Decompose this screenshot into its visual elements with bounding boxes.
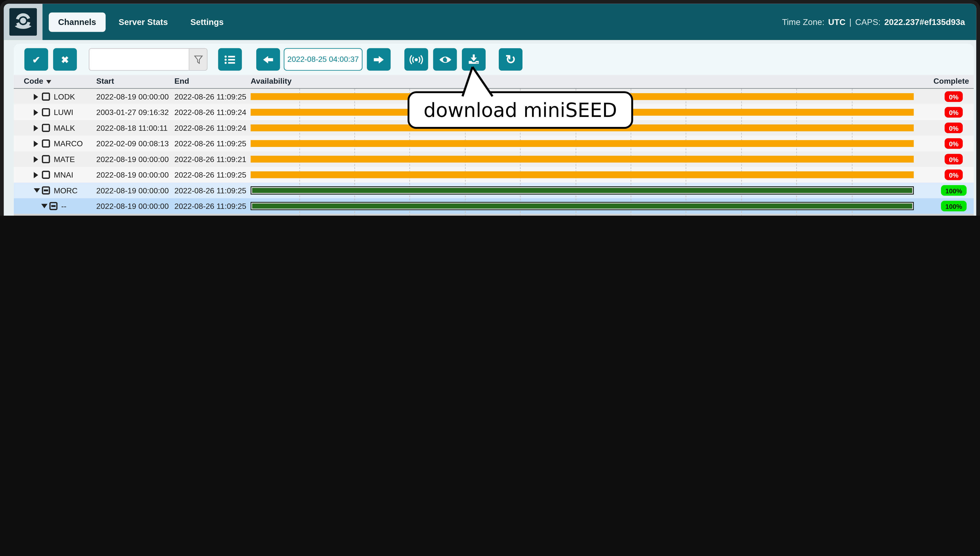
expand-icon[interactable] — [34, 109, 38, 115]
row-mnai[interactable]: MNAI2022-08-19 00:00:002022-08-26 11:09:… — [14, 167, 974, 183]
nav-tabs: ChannelsServer StatsSettings — [49, 4, 233, 40]
channel-start: 2022-08-19 00:00:00 — [96, 198, 169, 214]
channel-code: MORC — [54, 186, 77, 195]
channel-code: MALK — [54, 123, 75, 132]
caps-label: CAPS: — [855, 17, 880, 27]
channel-code: LUWI — [54, 108, 74, 117]
step-back-button[interactable] — [256, 48, 280, 71]
row-checkbox[interactable] — [42, 155, 50, 163]
column-header-code[interactable]: Code — [24, 77, 52, 86]
row-checkbox[interactable] — [42, 171, 50, 179]
complete-badge: 0% — [945, 107, 963, 118]
check-icon: ✔ — [32, 55, 40, 64]
row-marco[interactable]: MARCO2022-02-09 00:08:132022-08-26 11:09… — [14, 136, 974, 151]
expand-icon[interactable] — [34, 125, 38, 131]
channel-end: 2022-08-26 11:09:25 — [174, 89, 246, 104]
channel-start: 2022-02-09 00:08:13 — [96, 136, 169, 151]
expand-icon[interactable] — [34, 156, 38, 162]
availability-bar[interactable] — [251, 171, 914, 178]
datetime-input[interactable] — [284, 48, 363, 71]
clear-selection-button[interactable]: ✖ — [53, 48, 77, 71]
channel-start: 2022-08-19 00:00:00 — [96, 167, 169, 183]
arrow-left-icon — [263, 55, 273, 63]
realtime-button[interactable] — [405, 48, 428, 71]
row-checkbox[interactable] — [42, 186, 50, 194]
complete-badge: 0% — [945, 138, 963, 149]
refresh-icon: ↻ — [505, 53, 516, 66]
tab-channels[interactable]: Channels — [49, 12, 105, 32]
tab-server-stats[interactable]: Server Stats — [110, 12, 177, 32]
list-icon — [224, 55, 235, 64]
expand-icon[interactable] — [34, 94, 38, 100]
download-callout: download miniSEED — [408, 91, 633, 129]
channel-end: 2022-08-26 11:09:24 — [174, 104, 246, 120]
channel-start: 2022-08-18 11:00:11 — [96, 120, 168, 136]
row-checkbox[interactable] — [42, 93, 50, 101]
download-button[interactable] — [462, 48, 486, 71]
channel-start: 2022-08-19 00:00:17 — [96, 214, 169, 216]
row-bhe[interactable]: BHE2022-08-19 00:00:172022-08-26 11:09:1… — [14, 214, 974, 216]
row-checkbox[interactable] — [42, 108, 50, 116]
table-header: Code Start End Availability Complete — [14, 75, 974, 89]
arrow-right-icon — [374, 55, 384, 63]
filter-button[interactable] — [189, 49, 207, 70]
availability-bar[interactable] — [251, 202, 914, 210]
filter-field — [89, 48, 208, 71]
download-icon — [468, 54, 479, 65]
eye-icon — [438, 55, 451, 64]
column-header-complete: Complete — [933, 77, 969, 86]
expand-icon[interactable] — [34, 141, 38, 147]
channel-code: MATE — [54, 155, 75, 163]
apply-selection-button[interactable]: ✔ — [24, 48, 48, 71]
column-header-start: Start — [96, 77, 114, 86]
content-card: ✔ ✖ — [14, 44, 974, 216]
row-morc[interactable]: MORC2022-08-19 00:00:002022-08-26 11:09:… — [14, 183, 974, 198]
stream-list-button[interactable] — [218, 48, 242, 71]
tab-settings[interactable]: Settings — [181, 12, 233, 32]
step-forward-button[interactable] — [367, 48, 391, 71]
toolbar: ✔ ✖ — [14, 44, 974, 75]
row-checkbox[interactable] — [50, 202, 58, 210]
channel-end: 2022-08-26 11:09:21 — [174, 151, 246, 167]
separator: | — [849, 17, 851, 27]
column-header-availability: Availability — [251, 77, 292, 86]
row-mate[interactable]: MATE2022-08-19 00:00:002022-08-26 11:09:… — [14, 151, 974, 167]
collapse-icon[interactable] — [41, 204, 48, 208]
row-loc[interactable]: --2022-08-19 00:00:002022-08-26 11:09:25… — [14, 198, 974, 214]
view-button[interactable] — [433, 48, 457, 71]
channel-end: 2022-08-26 11:09:25 — [174, 136, 246, 151]
channel-start: 2022-08-19 00:00:00 — [96, 183, 169, 198]
channel-end: 2022-08-26 11:09:24 — [174, 120, 246, 136]
x-icon: ✖ — [61, 55, 69, 64]
filter-input[interactable] — [89, 49, 189, 70]
channel-start: 2022-08-19 00:00:00 — [96, 89, 169, 104]
collapse-icon[interactable] — [34, 188, 40, 192]
logo-block — [4, 4, 42, 40]
channel-start: 2003-01-27 09:16:32 — [96, 104, 169, 120]
row-checkbox[interactable] — [42, 124, 50, 132]
refresh-button[interactable]: ↻ — [499, 48, 522, 71]
row-checkbox[interactable] — [42, 139, 50, 148]
funnel-icon — [193, 55, 203, 64]
channel-end: 2022-08-26 11:09:25 — [174, 183, 246, 198]
column-header-end: End — [174, 77, 189, 86]
top-navbar: ChannelsServer StatsSettings Time Zone: … — [4, 4, 976, 40]
channel-code: -- — [61, 202, 66, 210]
complete-badge: 0% — [945, 123, 963, 133]
channel-end: 2022-08-26 11:09:17 — [174, 214, 246, 216]
complete-badge: 100% — [941, 185, 966, 196]
timezone-value: UTC — [828, 17, 846, 27]
expand-icon[interactable] — [34, 172, 38, 178]
timezone-label: Time Zone: — [782, 17, 825, 27]
complete-badge: 0% — [945, 170, 963, 180]
caps-version: 2022.237#ef135d93a — [884, 17, 965, 27]
availability-bar[interactable] — [251, 186, 914, 194]
availability-bar[interactable] — [251, 140, 914, 147]
screenshot-stage: ChannelsServer StatsSettings Time Zone: … — [0, 0, 980, 216]
channel-end: 2022-08-26 11:09:25 — [174, 167, 246, 183]
sort-desc-icon — [46, 80, 52, 84]
channel-code: MARCO — [54, 139, 83, 148]
server-info: Time Zone: UTC | CAPS: 2022.237#ef135d93… — [782, 4, 965, 40]
gempa-caps-logo-icon — [10, 8, 37, 36]
availability-bar[interactable] — [251, 156, 914, 163]
